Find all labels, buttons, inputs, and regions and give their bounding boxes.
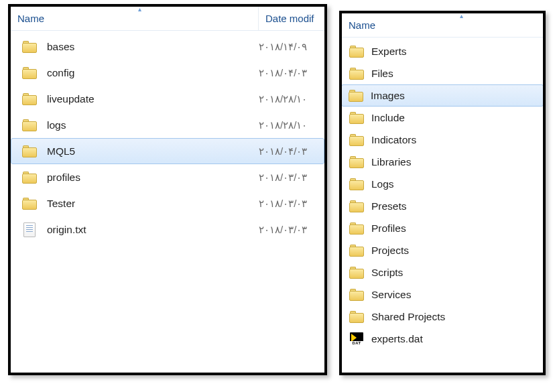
folder-icon — [21, 196, 38, 211]
column-header-row: Name ▴ — [342, 13, 543, 38]
item-date: ۲۰۱۸/۰۴/۰۳ — [259, 67, 322, 79]
folder-icon — [349, 44, 365, 59]
folder-row[interactable]: Experts — [342, 40, 543, 62]
folder-row[interactable]: Shared Projects — [342, 306, 543, 328]
folder-icon — [349, 310, 365, 324]
folder-icon — [349, 66, 365, 81]
item-name: Include — [371, 112, 405, 124]
folder-icon — [349, 111, 365, 125]
item-date: ۲۰۱۸/۲۸/۱۰ — [259, 93, 322, 105]
item-name: Presets — [371, 200, 407, 212]
item-name: liveupdate — [47, 93, 259, 105]
item-date: ۲۰۱۸/۰۴/۰۳ — [259, 145, 321, 157]
folder-icon — [21, 144, 38, 159]
item-date: ۲۰۱۸/۲۸/۱۰ — [259, 119, 322, 131]
folder-icon — [349, 177, 365, 192]
item-name: Projects — [371, 245, 409, 257]
folder-row[interactable]: bases۲۰۱۸/۱۴/۰۹ — [11, 34, 324, 60]
folder-row[interactable]: Services — [342, 283, 543, 306]
folder-row[interactable]: Images — [341, 84, 544, 107]
folder-icon — [349, 221, 365, 236]
item-date: ۲۰۱۸/۰۳/۰۳ — [259, 198, 322, 210]
folder-row[interactable]: Profiles — [342, 217, 543, 239]
item-name: profiles — [47, 172, 259, 184]
item-name: Profiles — [371, 222, 406, 235]
column-header-name[interactable]: Name — [342, 13, 543, 37]
item-name: Logs — [371, 178, 394, 190]
item-name: bases — [47, 41, 259, 53]
item-date: ۲۰۱۸/۱۴/۰۹ — [259, 41, 322, 53]
folder-icon — [348, 88, 364, 103]
explorer-pane-child: Name ▴ ExpertsFilesImagesIncludeIndicato… — [339, 11, 546, 375]
item-name: Shared Projects — [371, 311, 445, 323]
folder-row[interactable]: liveupdate۲۰۱۸/۲۸/۱۰ — [11, 86, 324, 112]
folder-row[interactable]: config۲۰۱۸/۰۴/۰۳ — [11, 60, 324, 86]
folder-icon — [349, 265, 365, 280]
folder-row[interactable]: Presets — [342, 195, 543, 217]
file-row[interactable]: experts.dat — [342, 328, 543, 350]
folder-row[interactable]: logs۲۰۱۸/۲۸/۱۰ — [11, 112, 324, 138]
column-header-row: Name Date modif ▴ — [11, 7, 324, 31]
folder-icon — [21, 40, 38, 54]
folder-icon — [349, 133, 365, 147]
file-row[interactable]: origin.txt۲۰۱۸/۰۳/۰۳ — [11, 216, 324, 243]
folder-icon — [349, 199, 365, 214]
sort-indicator-icon: ▴ — [460, 13, 463, 19]
folder-row[interactable]: profiles۲۰۱۸/۰۳/۰۳ — [11, 164, 324, 190]
item-name: Tester — [47, 198, 259, 210]
item-name: Libraries — [371, 156, 411, 168]
folder-icon — [349, 155, 365, 170]
file-list: bases۲۰۱۸/۱۴/۰۹config۲۰۱۸/۰۴/۰۳liveupdat… — [11, 31, 324, 243]
folder-row[interactable]: Projects — [342, 239, 543, 261]
item-name: MQL5 — [47, 145, 259, 157]
item-name: Indicators — [371, 134, 416, 146]
file-list: ExpertsFilesImagesIncludeIndicatorsLibra… — [342, 38, 543, 350]
item-name: config — [47, 67, 259, 79]
folder-row[interactable]: MQL5۲۰۱۸/۰۴/۰۳ — [11, 138, 324, 164]
item-name: Images — [371, 90, 405, 102]
folder-row[interactable]: Logs — [342, 173, 543, 195]
folder-icon — [349, 287, 365, 302]
column-header-date[interactable]: Date modif — [259, 7, 324, 30]
folder-row[interactable]: Tester۲۰۱۸/۰۳/۰۳ — [11, 190, 324, 216]
folder-row[interactable]: Include — [342, 107, 543, 129]
folder-icon — [349, 243, 365, 258]
column-header-name[interactable]: Name — [11, 7, 259, 30]
item-name: Services — [371, 289, 411, 301]
folder-icon — [21, 92, 38, 107]
folder-row[interactable]: Scripts — [342, 261, 543, 283]
column-header-date-label: Date modif — [265, 13, 314, 24]
explorer-pane-parent: Name Date modif ▴ bases۲۰۱۸/۱۴/۰۹config۲… — [8, 4, 327, 375]
column-header-name-label: Name — [349, 19, 375, 31]
dat-file-icon — [349, 332, 365, 346]
item-date: ۲۰۱۸/۰۳/۰۳ — [259, 224, 322, 236]
folder-icon — [21, 170, 38, 185]
item-name: origin.txt — [47, 224, 259, 236]
item-date: ۲۰۱۸/۰۳/۰۳ — [259, 172, 322, 184]
folder-row[interactable]: Indicators — [342, 129, 543, 151]
text-file-icon — [21, 222, 38, 237]
folder-row[interactable]: Libraries — [342, 151, 543, 173]
folder-icon — [21, 118, 38, 133]
column-header-name-label: Name — [17, 13, 44, 24]
folder-row[interactable]: Files — [342, 62, 543, 84]
item-name: Files — [371, 68, 393, 80]
item-name: Experts — [371, 46, 407, 58]
item-name: experts.dat — [371, 333, 423, 345]
item-name: Scripts — [371, 267, 403, 279]
item-name: logs — [47, 119, 259, 131]
sort-indicator-icon: ▴ — [138, 7, 141, 12]
folder-icon — [21, 66, 38, 80]
